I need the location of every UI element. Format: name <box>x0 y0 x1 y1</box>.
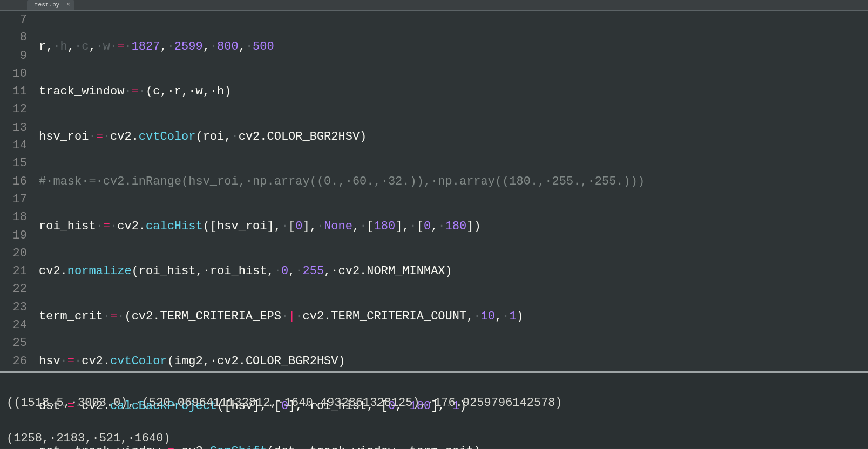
line-number: 8 <box>0 29 27 46</box>
close-icon[interactable]: × <box>66 1 70 9</box>
line-number: 25 <box>0 334 27 352</box>
code-editor[interactable]: 7891011121314151617181920212223242526 r,… <box>0 11 868 371</box>
line-number: 14 <box>0 137 27 154</box>
code-line: r,·h,·c,·w·=·1827,·2599,·800,·500 <box>33 38 868 56</box>
line-number: 24 <box>0 316 27 334</box>
line-number: 13 <box>0 119 27 137</box>
tab-bar: test.py × <box>0 0 868 11</box>
code-line: term_crit·=·(cv2.TERM_CRITERIA_EPS·|·cv2… <box>33 308 868 325</box>
code-line: #·mask·=·cv2.inRange(hsv_roi,·np.array((… <box>33 173 868 191</box>
gutter: 7891011121314151617181920212223242526 <box>0 11 33 371</box>
code-line: hsv_roi·=·cv2.cvtColor(roi,·cv2.COLOR_BG… <box>33 128 868 146</box>
line-number: 20 <box>0 244 27 262</box>
line-number: 19 <box>0 227 27 244</box>
line-number: 7 <box>0 11 27 29</box>
code-area[interactable]: r,·h,·c,·w·=·1827,·2599,·800,·500 track_… <box>33 11 868 371</box>
line-number: 9 <box>0 47 27 65</box>
line-number: 17 <box>0 191 27 208</box>
line-number: 10 <box>0 65 27 83</box>
line-number: 23 <box>0 298 27 316</box>
line-number: 12 <box>0 100 27 118</box>
line-number: 21 <box>0 262 27 280</box>
line-number: 15 <box>0 154 27 172</box>
code-line: roi_hist·=·cv2.calcHist([hsv_roi],·[0],·… <box>33 217 868 235</box>
code-line: hsv·=·cv2.cvtColor(img2,·cv2.COLOR_BGR2H… <box>33 352 868 370</box>
code-line: cv2.normalize(roi_hist,·roi_hist,·0,·255… <box>33 262 868 280</box>
line-number: 16 <box>0 173 27 191</box>
code-line: track_window·=·(c,·r,·w,·h) <box>33 83 868 100</box>
line-number: 11 <box>0 83 27 100</box>
line-number: 22 <box>0 280 27 298</box>
file-tab[interactable]: test.py × <box>27 0 74 10</box>
tab-filename: test.py <box>35 2 59 8</box>
line-number: 18 <box>0 208 27 226</box>
line-number: 26 <box>0 352 27 370</box>
